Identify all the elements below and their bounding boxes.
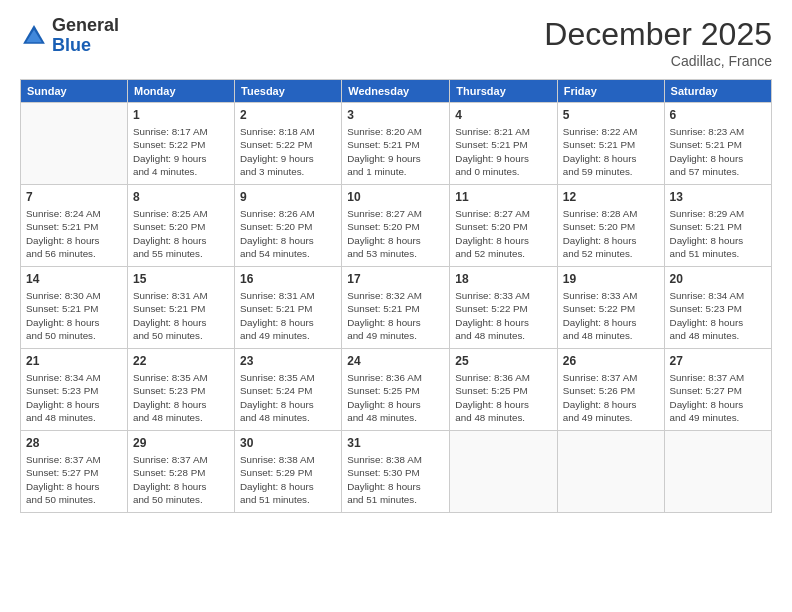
day-number: 24 xyxy=(347,353,444,369)
day-cell: 27Sunrise: 8:37 AMSunset: 5:27 PMDayligh… xyxy=(664,349,771,431)
day-cell: 8Sunrise: 8:25 AMSunset: 5:20 PMDaylight… xyxy=(127,185,234,267)
day-info: Sunrise: 8:21 AMSunset: 5:21 PMDaylight:… xyxy=(455,125,551,178)
day-cell: 7Sunrise: 8:24 AMSunset: 5:21 PMDaylight… xyxy=(21,185,128,267)
day-number: 14 xyxy=(26,271,122,287)
day-cell: 22Sunrise: 8:35 AMSunset: 5:23 PMDayligh… xyxy=(127,349,234,431)
day-info: Sunrise: 8:26 AMSunset: 5:20 PMDaylight:… xyxy=(240,207,336,260)
day-number: 5 xyxy=(563,107,659,123)
day-number: 31 xyxy=(347,435,444,451)
day-cell: 13Sunrise: 8:29 AMSunset: 5:21 PMDayligh… xyxy=(664,185,771,267)
day-number: 29 xyxy=(133,435,229,451)
day-cell: 21Sunrise: 8:34 AMSunset: 5:23 PMDayligh… xyxy=(21,349,128,431)
month-title: December 2025 xyxy=(544,16,772,53)
day-info: Sunrise: 8:28 AMSunset: 5:20 PMDaylight:… xyxy=(563,207,659,260)
day-info: Sunrise: 8:29 AMSunset: 5:21 PMDaylight:… xyxy=(670,207,766,260)
day-cell: 18Sunrise: 8:33 AMSunset: 5:22 PMDayligh… xyxy=(450,267,557,349)
day-number: 21 xyxy=(26,353,122,369)
day-cell: 4Sunrise: 8:21 AMSunset: 5:21 PMDaylight… xyxy=(450,103,557,185)
day-cell: 16Sunrise: 8:31 AMSunset: 5:21 PMDayligh… xyxy=(235,267,342,349)
day-cell: 9Sunrise: 8:26 AMSunset: 5:20 PMDaylight… xyxy=(235,185,342,267)
header: General Blue December 2025 Cadillac, Fra… xyxy=(20,16,772,69)
day-cell: 1Sunrise: 8:17 AMSunset: 5:22 PMDaylight… xyxy=(127,103,234,185)
day-cell: 19Sunrise: 8:33 AMSunset: 5:22 PMDayligh… xyxy=(557,267,664,349)
logo-text: General Blue xyxy=(52,16,119,56)
day-info: Sunrise: 8:36 AMSunset: 5:25 PMDaylight:… xyxy=(455,371,551,424)
day-number: 11 xyxy=(455,189,551,205)
day-info: Sunrise: 8:38 AMSunset: 5:29 PMDaylight:… xyxy=(240,453,336,506)
day-number: 20 xyxy=(670,271,766,287)
day-cell: 29Sunrise: 8:37 AMSunset: 5:28 PMDayligh… xyxy=(127,431,234,513)
week-row-3: 21Sunrise: 8:34 AMSunset: 5:23 PMDayligh… xyxy=(21,349,772,431)
logo: General Blue xyxy=(20,16,119,56)
day-number: 3 xyxy=(347,107,444,123)
day-cell: 15Sunrise: 8:31 AMSunset: 5:21 PMDayligh… xyxy=(127,267,234,349)
col-thursday: Thursday xyxy=(450,80,557,103)
week-row-4: 28Sunrise: 8:37 AMSunset: 5:27 PMDayligh… xyxy=(21,431,772,513)
day-number: 15 xyxy=(133,271,229,287)
day-number: 4 xyxy=(455,107,551,123)
day-cell xyxy=(664,431,771,513)
day-number: 17 xyxy=(347,271,444,287)
day-cell: 10Sunrise: 8:27 AMSunset: 5:20 PMDayligh… xyxy=(342,185,450,267)
day-info: Sunrise: 8:34 AMSunset: 5:23 PMDaylight:… xyxy=(26,371,122,424)
day-number: 28 xyxy=(26,435,122,451)
day-cell: 6Sunrise: 8:23 AMSunset: 5:21 PMDaylight… xyxy=(664,103,771,185)
day-info: Sunrise: 8:27 AMSunset: 5:20 PMDaylight:… xyxy=(455,207,551,260)
day-info: Sunrise: 8:35 AMSunset: 5:23 PMDaylight:… xyxy=(133,371,229,424)
calendar-body: 1Sunrise: 8:17 AMSunset: 5:22 PMDaylight… xyxy=(21,103,772,513)
day-number: 30 xyxy=(240,435,336,451)
day-number: 6 xyxy=(670,107,766,123)
day-number: 8 xyxy=(133,189,229,205)
col-tuesday: Tuesday xyxy=(235,80,342,103)
day-number: 9 xyxy=(240,189,336,205)
day-number: 1 xyxy=(133,107,229,123)
col-wednesday: Wednesday xyxy=(342,80,450,103)
location: Cadillac, France xyxy=(544,53,772,69)
day-number: 27 xyxy=(670,353,766,369)
day-info: Sunrise: 8:36 AMSunset: 5:25 PMDaylight:… xyxy=(347,371,444,424)
day-number: 23 xyxy=(240,353,336,369)
day-number: 22 xyxy=(133,353,229,369)
col-sunday: Sunday xyxy=(21,80,128,103)
day-cell xyxy=(557,431,664,513)
day-info: Sunrise: 8:25 AMSunset: 5:20 PMDaylight:… xyxy=(133,207,229,260)
col-monday: Monday xyxy=(127,80,234,103)
day-cell: 24Sunrise: 8:36 AMSunset: 5:25 PMDayligh… xyxy=(342,349,450,431)
day-info: Sunrise: 8:27 AMSunset: 5:20 PMDaylight:… xyxy=(347,207,444,260)
day-info: Sunrise: 8:17 AMSunset: 5:22 PMDaylight:… xyxy=(133,125,229,178)
day-number: 25 xyxy=(455,353,551,369)
day-cell: 17Sunrise: 8:32 AMSunset: 5:21 PMDayligh… xyxy=(342,267,450,349)
week-row-2: 14Sunrise: 8:30 AMSunset: 5:21 PMDayligh… xyxy=(21,267,772,349)
day-number: 2 xyxy=(240,107,336,123)
calendar-header: Sunday Monday Tuesday Wednesday Thursday… xyxy=(21,80,772,103)
day-info: Sunrise: 8:18 AMSunset: 5:22 PMDaylight:… xyxy=(240,125,336,178)
header-row: Sunday Monday Tuesday Wednesday Thursday… xyxy=(21,80,772,103)
day-number: 16 xyxy=(240,271,336,287)
day-cell: 11Sunrise: 8:27 AMSunset: 5:20 PMDayligh… xyxy=(450,185,557,267)
col-friday: Friday xyxy=(557,80,664,103)
day-number: 18 xyxy=(455,271,551,287)
day-cell xyxy=(450,431,557,513)
col-saturday: Saturday xyxy=(664,80,771,103)
day-info: Sunrise: 8:24 AMSunset: 5:21 PMDaylight:… xyxy=(26,207,122,260)
day-cell: 3Sunrise: 8:20 AMSunset: 5:21 PMDaylight… xyxy=(342,103,450,185)
day-cell: 26Sunrise: 8:37 AMSunset: 5:26 PMDayligh… xyxy=(557,349,664,431)
day-number: 7 xyxy=(26,189,122,205)
week-row-1: 7Sunrise: 8:24 AMSunset: 5:21 PMDaylight… xyxy=(21,185,772,267)
day-info: Sunrise: 8:31 AMSunset: 5:21 PMDaylight:… xyxy=(133,289,229,342)
day-info: Sunrise: 8:37 AMSunset: 5:26 PMDaylight:… xyxy=(563,371,659,424)
week-row-0: 1Sunrise: 8:17 AMSunset: 5:22 PMDaylight… xyxy=(21,103,772,185)
day-cell: 25Sunrise: 8:36 AMSunset: 5:25 PMDayligh… xyxy=(450,349,557,431)
day-cell: 30Sunrise: 8:38 AMSunset: 5:29 PMDayligh… xyxy=(235,431,342,513)
day-info: Sunrise: 8:20 AMSunset: 5:21 PMDaylight:… xyxy=(347,125,444,178)
day-info: Sunrise: 8:23 AMSunset: 5:21 PMDaylight:… xyxy=(670,125,766,178)
day-info: Sunrise: 8:34 AMSunset: 5:23 PMDaylight:… xyxy=(670,289,766,342)
day-cell: 23Sunrise: 8:35 AMSunset: 5:24 PMDayligh… xyxy=(235,349,342,431)
day-cell: 5Sunrise: 8:22 AMSunset: 5:21 PMDaylight… xyxy=(557,103,664,185)
day-info: Sunrise: 8:35 AMSunset: 5:24 PMDaylight:… xyxy=(240,371,336,424)
day-cell: 14Sunrise: 8:30 AMSunset: 5:21 PMDayligh… xyxy=(21,267,128,349)
day-cell: 2Sunrise: 8:18 AMSunset: 5:22 PMDaylight… xyxy=(235,103,342,185)
day-cell: 28Sunrise: 8:37 AMSunset: 5:27 PMDayligh… xyxy=(21,431,128,513)
day-cell: 31Sunrise: 8:38 AMSunset: 5:30 PMDayligh… xyxy=(342,431,450,513)
calendar: Sunday Monday Tuesday Wednesday Thursday… xyxy=(20,79,772,513)
